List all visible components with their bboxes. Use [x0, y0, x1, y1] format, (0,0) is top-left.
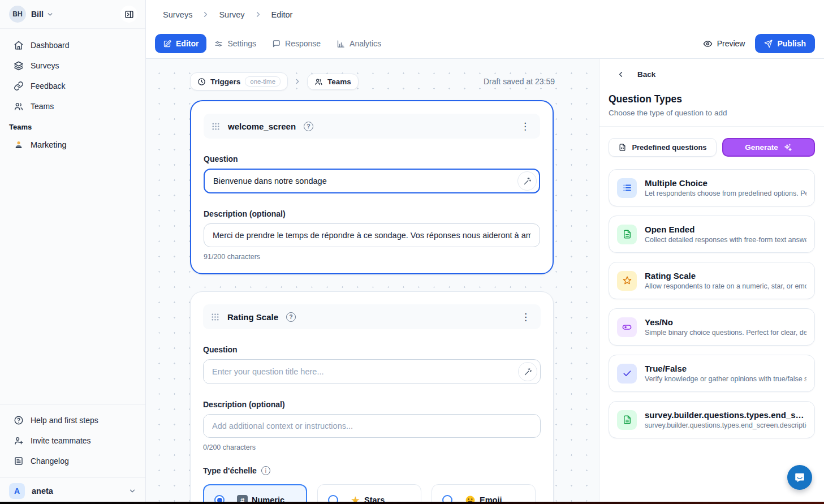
tab-label: Analytics — [350, 39, 381, 48]
predefined-questions-button[interactable]: Predefined questions — [609, 138, 717, 157]
sparkles-icon — [783, 143, 792, 152]
breadcrumb-surveys[interactable]: Surveys — [163, 10, 192, 19]
chevron-down-icon — [128, 487, 136, 495]
check-icon — [617, 364, 637, 384]
screen-edge — [0, 502, 824, 504]
users-icon — [314, 77, 323, 86]
drag-handle-icon[interactable] — [211, 313, 219, 321]
sidebar-item-feedback[interactable]: Feedback — [5, 76, 141, 96]
sidebar-item-dashboard[interactable]: Dashboard — [5, 36, 141, 55]
scale-option-numeric[interactable]: # Numeric — [203, 484, 307, 504]
tab-label: Settings — [227, 39, 256, 48]
breadcrumb-survey[interactable]: Survey — [219, 10, 244, 19]
help-circle-icon[interactable] — [286, 312, 296, 322]
scale-option-emoji[interactable]: Emoji — [432, 484, 536, 504]
chat-widget-button[interactable] — [787, 465, 812, 490]
chevron-right-icon — [254, 10, 262, 19]
type-card-true-false[interactable]: True/False Verify knowledge or gather op… — [609, 355, 815, 392]
kebab-menu-icon[interactable] — [519, 311, 533, 323]
scale-type-label: Type d'échelle — [203, 466, 257, 475]
workspace-name: Bill — [31, 10, 44, 19]
workspace-avatar: BH — [9, 6, 26, 23]
sliders-icon — [214, 40, 223, 48]
list-icon — [617, 178, 637, 198]
help-circle-icon — [14, 415, 24, 425]
sidebar-item-label: Invite teammates — [31, 436, 91, 445]
char-count: 0/200 characters — [203, 443, 541, 451]
edit-icon — [163, 40, 171, 48]
tab-editor[interactable]: Editor — [155, 34, 206, 53]
preview-button[interactable]: Preview — [703, 39, 745, 49]
question-label: Question — [203, 345, 541, 354]
sidebar-item-marketing[interactable]: Marketing — [5, 135, 141, 155]
bar-chart-icon — [336, 40, 345, 48]
type-card-yes-no[interactable]: Yes/No Simple binary choice questions. P… — [609, 308, 815, 346]
welcome-screen-card[interactable]: welcome_screen Question Description (opt… — [190, 100, 554, 274]
team-item-label: Marketing — [31, 140, 67, 149]
sidebar-item-label: Surveys — [31, 61, 59, 70]
teams-chip[interactable]: Teams — [307, 74, 359, 90]
type-card-rating-scale[interactable]: Rating Scale Allow respondents to rate o… — [609, 262, 815, 299]
publish-button[interactable]: Publish — [755, 34, 815, 53]
triggers-chip[interactable]: Triggers one-time — [190, 72, 288, 91]
help-circle-icon[interactable] — [304, 122, 313, 131]
kebab-menu-icon[interactable] — [518, 120, 532, 132]
sidebar-item-teams[interactable]: Teams — [5, 97, 141, 116]
users-icon — [14, 101, 24, 111]
type-name: Open Ended — [645, 225, 806, 234]
description-label: Description (optional) — [203, 400, 541, 409]
back-label: Back — [637, 70, 655, 79]
tab-label: Editor — [176, 39, 199, 48]
type-name: True/False — [645, 364, 806, 373]
type-description: Simple binary choice questions. Perfect … — [645, 329, 806, 337]
info-icon[interactable] — [261, 466, 270, 475]
sidebar-item-label: Help and first steps — [31, 416, 98, 425]
predefined-label: Predefined questions — [632, 143, 706, 152]
card-header: Rating Scale — [203, 304, 541, 329]
description-input[interactable] — [204, 223, 540, 247]
sidebar-item-changelog[interactable]: Changelog — [5, 451, 141, 471]
send-icon — [764, 40, 773, 48]
sidebar-item-label: Feedback — [31, 81, 65, 91]
account-menu[interactable]: A aneta — [0, 477, 145, 504]
breadcrumb: Surveys Survey Editor — [146, 0, 824, 29]
generate-label: Generate — [745, 143, 778, 152]
type-card-multiple-choice[interactable]: Multiple Choice Let respondents choose f… — [609, 169, 815, 206]
tab-label: Response — [285, 39, 321, 48]
toggle-icon — [617, 317, 637, 337]
magic-wand-button[interactable] — [517, 171, 537, 191]
sidebar-item-invite[interactable]: Invite teammates — [5, 431, 141, 450]
magic-wand-button[interactable] — [518, 362, 537, 381]
drag-handle-icon[interactable] — [212, 122, 220, 131]
card-header: welcome_screen — [204, 114, 540, 139]
card-title: welcome_screen — [228, 122, 296, 131]
type-description: Allow respondents to rate on a numeric, … — [645, 282, 806, 290]
tab-settings[interactable]: Settings — [206, 34, 264, 53]
type-description: Verify knowledge or gather opinions with… — [645, 375, 806, 383]
sidebar-item-help[interactable]: Help and first steps — [5, 411, 141, 430]
sidebar-item-label: Changelog — [31, 456, 69, 466]
description-label: Description (optional) — [204, 209, 540, 218]
newspaper-icon — [14, 456, 24, 466]
panel-title: Question Types — [609, 93, 815, 105]
scale-type-options: # Numeric ★ Stars — [203, 484, 541, 504]
description-input[interactable] — [203, 414, 541, 438]
sidebar-collapse-button[interactable] — [120, 6, 137, 23]
question-input[interactable] — [203, 359, 541, 384]
scale-option-stars[interactable]: ★ Stars — [317, 484, 421, 504]
breadcrumb-editor[interactable]: Editor — [271, 10, 293, 19]
tab-analytics[interactable]: Analytics — [329, 34, 389, 53]
type-card-open-ended[interactable]: Open Ended Collect detailed responses wi… — [609, 216, 815, 253]
type-card-end-screen[interactable]: survey.builder.questions.types.end_scr..… — [609, 401, 815, 438]
tab-response[interactable]: Response — [264, 34, 329, 53]
document-code-icon — [618, 143, 627, 152]
layers-icon — [14, 61, 24, 71]
chevron-down-icon — [46, 11, 54, 18]
question-input[interactable] — [204, 169, 540, 193]
sidebar-item-surveys[interactable]: Surveys — [5, 56, 141, 75]
workspace-switcher[interactable]: BH Bill — [0, 0, 145, 29]
rating-scale-card[interactable]: Rating Scale Question Description (optio… — [190, 291, 554, 504]
question-types-panel: Back Question Types Choose the type of q… — [599, 59, 824, 504]
generate-button[interactable]: Generate — [722, 138, 815, 157]
back-button[interactable]: Back — [609, 70, 815, 79]
